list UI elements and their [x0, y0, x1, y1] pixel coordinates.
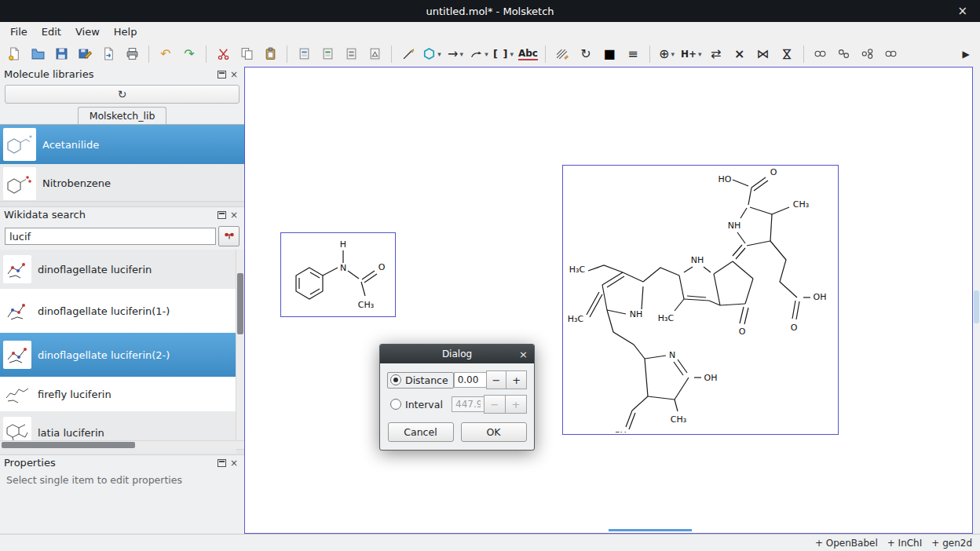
hatch-tool-button[interactable]	[551, 44, 573, 64]
wikidata-vertical-scrollbar[interactable]	[236, 250, 244, 440]
line-width-button[interactable]: ≡	[622, 44, 644, 64]
atom-label-n: N	[340, 263, 346, 273]
drawing-canvas[interactable]: H N O CH₃	[244, 67, 973, 534]
wikidata-search-button[interactable]	[218, 226, 240, 246]
wikidata-result-label: dinoflagellate luciferin	[38, 264, 152, 276]
distance-radio[interactable]	[390, 374, 401, 385]
insert-tool-3-button[interactable]	[340, 44, 362, 64]
panel-splitter[interactable]	[0, 201, 244, 207]
scrollbar-thumb[interactable]	[237, 273, 243, 334]
reload-icon: ↻	[118, 88, 127, 100]
luciferin-molecule[interactable]: HO O NH CH₃ OH O NH H₃C O H₃C H₃C NH N O…	[562, 165, 839, 435]
save-file-as-button[interactable]	[74, 44, 96, 64]
libraries-float-button[interactable]	[215, 68, 228, 80]
insert-tool-1-button[interactable]	[293, 44, 315, 64]
cancel-button[interactable]: Cancel	[388, 422, 454, 442]
menu-edit[interactable]: Edit	[35, 24, 68, 40]
molecule-thumbnail	[3, 297, 31, 325]
libraries-close-button[interactable]: ×	[228, 68, 240, 80]
new-document-icon	[8, 47, 21, 60]
wikidata-result-item[interactable]: dinoflagellate luciferin	[0, 250, 236, 289]
wikidata-result-item-selected[interactable]: dinoflagellate luciferin(2-)	[0, 333, 236, 377]
wikidata-result-item[interactable]: firefly luciferin	[0, 377, 236, 411]
dialog-title: Dialog	[442, 348, 472, 359]
ring-tool-button[interactable]: ▾	[421, 44, 443, 64]
molecule-thumbnail	[3, 128, 36, 161]
hydrogen-tool-button[interactable]: H+▾	[679, 44, 704, 64]
dialog-close-icon[interactable]: ×	[519, 345, 528, 363]
mol-template-3-button[interactable]	[857, 44, 879, 64]
wikidata-result-label: firefly luciferin	[38, 389, 112, 400]
mol-template-1-button[interactable]	[810, 44, 832, 64]
window-close-icon[interactable]: ×	[953, 0, 972, 22]
paste-button[interactable]	[259, 44, 281, 64]
mol-template-4-button[interactable]	[880, 44, 902, 64]
mol-template-2-button[interactable]	[833, 44, 855, 64]
luciferin-structure: HO O NH CH₃ OH O NH H₃C O H₃C H₃C NH N O…	[563, 166, 836, 432]
open-file-button[interactable]	[27, 44, 49, 64]
wikidata-float-button[interactable]	[215, 209, 228, 221]
reaction-arrow-button[interactable]: →▾	[444, 44, 466, 64]
menu-file[interactable]: File	[3, 24, 35, 40]
delete-tool-button[interactable]: ×	[729, 44, 751, 64]
menu-view[interactable]: View	[68, 24, 107, 40]
color-picker-button[interactable]: ■	[598, 44, 620, 64]
copy-button[interactable]	[236, 44, 258, 64]
bracket-tool-button[interactable]: [ ]▾	[492, 44, 515, 64]
distance-interval-dialog: Dialog × Distance − + Inte	[379, 344, 535, 451]
library-item-nitrobenzene[interactable]: Nitrobenzene	[0, 164, 244, 203]
text-tool-button[interactable]: Abc	[517, 44, 539, 64]
mechanism-arrow-button[interactable]: ▾	[468, 44, 490, 64]
canvas-horizontal-scrollbar-thumb[interactable]	[609, 529, 692, 531]
ok-button[interactable]: OK	[461, 422, 527, 442]
wikidata-horizontal-scrollbar[interactable]	[0, 440, 244, 449]
distance-increment-button[interactable]: +	[506, 370, 527, 389]
cut-button[interactable]	[212, 44, 234, 64]
draw-bond-button[interactable]	[397, 44, 419, 64]
chevron-down-icon: ▾	[698, 50, 702, 58]
save-file-button[interactable]	[50, 44, 72, 64]
wikidata-search-input[interactable]	[5, 228, 216, 245]
dialog-titlebar[interactable]: Dialog ×	[380, 345, 534, 363]
canvas-vertical-scrollbar[interactable]	[973, 67, 980, 534]
printer-icon	[126, 47, 139, 60]
insert-tool-4-button[interactable]	[364, 44, 386, 64]
menu-help[interactable]: Help	[107, 24, 144, 40]
molecule-thumbnail	[3, 167, 36, 200]
flip-horizontal-button[interactable]: ⋈	[752, 44, 774, 64]
charge-tool-button[interactable]: ⊕▾	[656, 44, 678, 64]
interval-radio-group[interactable]: Interval	[387, 396, 448, 413]
status-gen2d: + gen2d	[931, 538, 972, 549]
insert-tool-2-button[interactable]	[316, 44, 338, 64]
export-file-button[interactable]	[97, 44, 119, 64]
interval-radio[interactable]	[390, 399, 401, 410]
distance-decrement-button[interactable]: −	[486, 370, 507, 389]
distance-radio-group[interactable]: Distance	[387, 372, 454, 389]
properties-panel-title: Properties	[4, 457, 215, 469]
distance-value-input[interactable]	[454, 372, 487, 388]
chevron-down-icon: ▾	[510, 50, 514, 58]
scrollbar-thumb[interactable]	[974, 290, 979, 323]
wikidata-result-item[interactable]: dinoflagellate luciferin(1-)	[0, 289, 236, 333]
chevron-down-icon: ▾	[485, 50, 488, 58]
redo-button[interactable]: ↷	[178, 44, 200, 64]
acetanilide-molecule[interactable]: H N O CH₃	[280, 232, 396, 317]
properties-float-button[interactable]	[215, 457, 228, 469]
toolbar-overflow-button[interactable]: ▶	[955, 44, 977, 64]
tab-molsketch-lib[interactable]: Molsketch_lib	[78, 107, 167, 124]
libraries-panel-header: Molecule libraries ×	[0, 67, 244, 82]
status-openbabel: + OpenBabel	[815, 538, 878, 549]
scrollbar-thumb[interactable]	[2, 442, 135, 448]
rotate-tool-button[interactable]: ↻	[575, 44, 597, 64]
library-reload-button[interactable]: ↻	[5, 85, 240, 104]
flip-vertical-button[interactable]: ⋈	[776, 44, 798, 64]
print-button[interactable]	[121, 44, 143, 64]
wikidata-close-button[interactable]: ×	[228, 209, 240, 221]
insert-tool-2-icon	[321, 47, 335, 60]
new-file-button[interactable]	[3, 44, 25, 64]
flip-bond-tool-button[interactable]: ⇄	[705, 44, 727, 64]
mol-template-3-icon	[861, 47, 874, 60]
library-item-acetanilide[interactable]: Acetanilide	[0, 125, 244, 164]
properties-close-button[interactable]: ×	[228, 457, 240, 469]
undo-button[interactable]: ↶	[155, 44, 177, 64]
